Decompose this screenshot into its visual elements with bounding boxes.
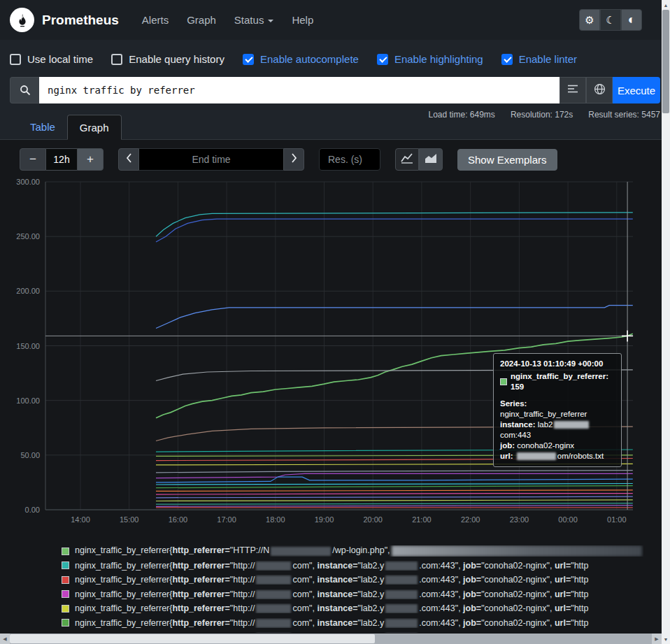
x-tick-label: 17:00 bbox=[217, 515, 236, 524]
legend-item[interactable]: nginx_traffic_by_referrer{http_referrer=… bbox=[62, 630, 670, 633]
vertical-scrollbar[interactable]: ▲ ▼ bbox=[662, 0, 670, 644]
range-stepper: − + bbox=[20, 148, 104, 171]
text-segment: /wp-login.php", bbox=[332, 546, 390, 556]
scroll-up-icon[interactable]: ▲ bbox=[662, 0, 670, 10]
legend-item[interactable]: nginx_traffic_by_referrer{http_referrer=… bbox=[62, 587, 670, 602]
graph-controls: − + Show Exemplars bbox=[20, 148, 670, 171]
option-enable-query-history[interactable]: Enable query history bbox=[111, 53, 224, 65]
text-segment: url= bbox=[555, 575, 571, 585]
redacted-text bbox=[385, 604, 418, 613]
legend-item[interactable]: nginx_traffic_by_referrer{http_referrer=… bbox=[62, 573, 670, 587]
text-segment: com", bbox=[292, 575, 317, 585]
text-segment: "http bbox=[571, 561, 588, 571]
series-referrer-orange-18 bbox=[156, 490, 633, 492]
y-tick-label: 300.00 bbox=[16, 178, 40, 186]
text-segment: "lab2.y bbox=[358, 632, 385, 633]
checkbox[interactable] bbox=[501, 54, 513, 65]
series-referrer-teal-6 bbox=[156, 503, 633, 505]
nav-item-status[interactable]: Status bbox=[225, 8, 283, 31]
checkbox[interactable] bbox=[111, 54, 122, 65]
show-exemplars-button[interactable]: Show Exemplars bbox=[457, 149, 557, 171]
gear-icon[interactable]: ⚙ bbox=[579, 9, 600, 31]
metrics-explorer-button[interactable] bbox=[559, 77, 586, 103]
text-segment: .com:443", bbox=[419, 603, 463, 613]
horizontal-scrollbar[interactable]: ◀ ▶ bbox=[0, 634, 662, 644]
chevron-down-icon bbox=[268, 20, 273, 22]
option-enable-linter[interactable]: Enable linter bbox=[501, 53, 577, 65]
option-enable-autocomplete[interactable]: Enable autocomplete bbox=[243, 53, 359, 65]
query-input[interactable] bbox=[39, 77, 559, 103]
contrast-icon[interactable]: ◐ bbox=[621, 9, 642, 31]
search-icon[interactable] bbox=[10, 77, 39, 103]
nav-links: AlertsGraphStatusHelp bbox=[133, 8, 579, 31]
option-use-local-time[interactable]: Use local time bbox=[10, 53, 93, 65]
text-segment: nginx_traffic_by_referrer{ bbox=[75, 546, 172, 556]
x-tick-label: 20:00 bbox=[363, 515, 383, 524]
tab-graph[interactable]: Graph bbox=[67, 115, 122, 140]
time-forward-button[interactable] bbox=[283, 148, 304, 171]
globe-icon bbox=[594, 83, 606, 98]
line-chart-icon bbox=[401, 152, 413, 166]
legend-swatch bbox=[62, 619, 69, 627]
range-input[interactable] bbox=[46, 148, 77, 171]
scroll-down-icon[interactable]: ▼ bbox=[662, 634, 670, 644]
text-segment: job= bbox=[463, 618, 481, 628]
checkbox[interactable] bbox=[377, 54, 388, 65]
legend-label: nginx_traffic_by_referrer{http_referrer=… bbox=[75, 575, 589, 585]
tab-table[interactable]: Table bbox=[18, 115, 67, 139]
legend-item[interactable]: nginx_traffic_by_referrer{http_referrer=… bbox=[62, 544, 670, 559]
text-segment: http_referrer= bbox=[172, 589, 229, 599]
legend-item[interactable]: nginx_traffic_by_referrer{http_referrer=… bbox=[62, 601, 670, 616]
line-chart-button[interactable] bbox=[395, 148, 419, 171]
checkbox[interactable] bbox=[243, 54, 254, 65]
text-segment: "http:// bbox=[230, 632, 255, 633]
legend-label: nginx_traffic_by_referrer{http_referrer=… bbox=[75, 561, 589, 571]
navbar-brand[interactable]: Prometheus bbox=[10, 8, 119, 32]
text-segment: instance= bbox=[317, 603, 357, 613]
series-referrer-green-main bbox=[156, 334, 633, 417]
legend-swatch bbox=[62, 561, 69, 569]
end-time-group bbox=[118, 148, 304, 171]
chart-area: 14:0015:0016:0017:0018:0019:0020:0021:00… bbox=[0, 176, 663, 526]
legend-label: nginx_traffic_by_referrer{http_referrer=… bbox=[75, 632, 589, 633]
series-referrer-yellow-42 bbox=[156, 464, 633, 465]
graph-panel: − + Show Exemplars 14:0015:0016:0017:001… bbox=[0, 140, 670, 644]
moon-icon[interactable]: ☾ bbox=[600, 9, 621, 31]
text-segment: "lab2.y bbox=[358, 575, 385, 585]
redacted-text bbox=[256, 604, 291, 613]
chevron-left-icon bbox=[126, 153, 132, 166]
checkbox-label: Enable linter bbox=[519, 53, 577, 65]
legend-item[interactable]: nginx_traffic_by_referrer{http_referrer=… bbox=[62, 559, 670, 573]
scroll-left-icon[interactable]: ◀ bbox=[0, 634, 10, 644]
decrease-range-button[interactable]: − bbox=[20, 148, 46, 171]
text-segment: instance= bbox=[317, 589, 357, 599]
time-series-chart[interactable]: 14:0015:0016:0017:0018:0019:0020:0021:00… bbox=[0, 176, 663, 526]
text-segment: "http bbox=[571, 575, 588, 585]
time-back-button[interactable] bbox=[118, 148, 139, 171]
option-enable-highlighting[interactable]: Enable highlighting bbox=[377, 53, 483, 65]
vertical-scrollbar-thumb[interactable] bbox=[662, 10, 669, 113]
text-segment: nginx_traffic_by_referrer{ bbox=[75, 603, 172, 613]
x-tick-label: 01:00 bbox=[607, 515, 627, 524]
text-segment: job= bbox=[463, 603, 481, 613]
nav-item-graph[interactable]: Graph bbox=[178, 8, 225, 31]
resolution-input[interactable] bbox=[319, 148, 380, 171]
redacted-text bbox=[392, 545, 642, 557]
checkbox-label: Enable autocomplete bbox=[260, 53, 359, 65]
checkbox[interactable] bbox=[10, 54, 21, 65]
global-query-button[interactable] bbox=[586, 77, 613, 103]
text-segment: "http bbox=[571, 603, 588, 613]
horizontal-scrollbar-thumb[interactable] bbox=[10, 634, 375, 643]
stacked-chart-button[interactable] bbox=[419, 148, 443, 171]
increase-range-button[interactable]: + bbox=[77, 148, 104, 171]
nav-item-alerts[interactable]: Alerts bbox=[133, 8, 178, 31]
legend-item[interactable]: nginx_traffic_by_referrer{http_referrer=… bbox=[62, 616, 670, 631]
text-segment: "http:// bbox=[230, 575, 255, 585]
scroll-right-icon[interactable]: ▶ bbox=[652, 634, 662, 644]
end-time-input[interactable] bbox=[139, 148, 283, 171]
text-segment: url= bbox=[555, 603, 571, 613]
nav-item-help[interactable]: Help bbox=[283, 8, 322, 31]
execute-button[interactable]: Execute bbox=[613, 77, 660, 103]
text-segment: com", bbox=[292, 561, 317, 571]
text-segment: job= bbox=[463, 589, 481, 599]
